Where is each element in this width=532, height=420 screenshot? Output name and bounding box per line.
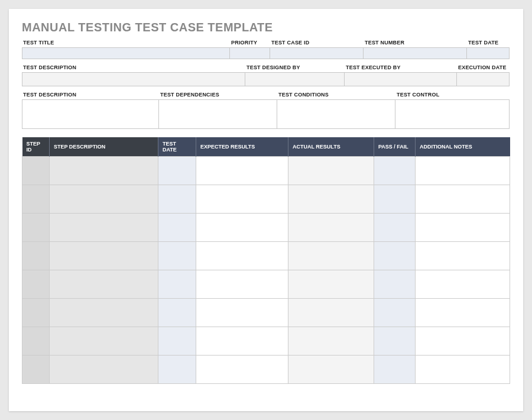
cell-additional-notes[interactable] [416, 214, 510, 242]
cell-pass-fail[interactable] [374, 327, 416, 356]
cell-step-description[interactable] [50, 327, 158, 356]
label-test-designed-by: TEST DESIGNED BY [245, 63, 345, 72]
label-test-dependencies: TEST DEPENDENCIES [159, 90, 277, 99]
cell-test-date[interactable] [158, 157, 196, 185]
cell-test-date[interactable] [158, 327, 196, 356]
cell-step-id[interactable] [22, 214, 50, 242]
cell-step-description[interactable] [50, 157, 158, 185]
steps-header-row: STEP ID STEP DESCRIPTION TEST DATE EXPEC… [22, 137, 510, 157]
input-test-conditions[interactable] [277, 99, 395, 129]
cell-additional-notes[interactable] [416, 299, 510, 327]
cell-step-description[interactable] [50, 185, 158, 214]
cell-pass-fail[interactable] [374, 299, 416, 327]
cell-expected-results[interactable] [196, 157, 288, 185]
label-test-title: TEST TITLE [22, 38, 230, 47]
cell-additional-notes[interactable] [416, 185, 510, 214]
cell-additional-notes[interactable] [416, 356, 510, 384]
cell-step-description[interactable] [50, 356, 158, 384]
cell-actual-results[interactable] [288, 299, 374, 327]
cell-expected-results[interactable] [196, 185, 288, 214]
row2-inputs [22, 72, 510, 86]
label-test-description: TEST DESCRIPTION [22, 63, 245, 72]
cell-test-date[interactable] [158, 185, 196, 214]
cell-actual-results[interactable] [288, 356, 374, 384]
cell-pass-fail[interactable] [374, 157, 416, 185]
table-row [22, 157, 510, 185]
cell-expected-results[interactable] [196, 242, 288, 270]
table-row [22, 356, 510, 384]
cell-pass-fail[interactable] [374, 270, 416, 299]
cell-additional-notes[interactable] [416, 157, 510, 185]
input-test-designed-by[interactable] [245, 72, 345, 86]
row1-labels: TEST TITLE PRIORITY TEST CASE ID TEST NU… [22, 38, 510, 47]
label-test-date: TEST DATE [467, 38, 510, 47]
cell-actual-results[interactable] [288, 242, 374, 270]
cell-expected-results[interactable] [196, 356, 288, 384]
page: MANUAL TESTING TEST CASE TEMPLATE TEST T… [9, 9, 523, 411]
input-test-title[interactable] [22, 47, 230, 59]
cell-pass-fail[interactable] [374, 242, 416, 270]
label-test-description-2: TEST DESCRIPTION [22, 90, 159, 99]
input-test-control[interactable] [395, 99, 510, 129]
row2-labels: TEST DESCRIPTION TEST DESIGNED BY TEST E… [22, 63, 510, 72]
input-test-dependencies[interactable] [159, 99, 277, 129]
cell-step-id[interactable] [22, 185, 50, 214]
cell-actual-results[interactable] [288, 185, 374, 214]
steps-table: STEP ID STEP DESCRIPTION TEST DATE EXPEC… [22, 137, 510, 384]
cell-step-id[interactable] [22, 157, 50, 185]
cell-actual-results[interactable] [288, 270, 374, 299]
cell-step-id[interactable] [22, 327, 50, 356]
row1-inputs [22, 47, 510, 59]
header-step-description: STEP DESCRIPTION [50, 137, 158, 157]
cell-pass-fail[interactable] [374, 214, 416, 242]
header-additional-notes: ADDITIONAL NOTES [416, 137, 510, 157]
input-test-case-id[interactable] [270, 47, 364, 59]
cell-step-description[interactable] [50, 242, 158, 270]
label-test-case-id: TEST CASE ID [270, 38, 364, 47]
cell-expected-results[interactable] [196, 214, 288, 242]
cell-step-id[interactable] [22, 356, 50, 384]
cell-additional-notes[interactable] [416, 270, 510, 299]
input-test-executed-by[interactable] [345, 72, 457, 86]
label-priority: PRIORITY [230, 38, 270, 47]
cell-pass-fail[interactable] [374, 356, 416, 384]
cell-test-date[interactable] [158, 299, 196, 327]
label-test-conditions: TEST CONDITIONS [277, 90, 395, 99]
label-test-executed-by: TEST EXECUTED BY [345, 63, 457, 72]
input-test-number[interactable] [364, 47, 467, 59]
cell-step-description[interactable] [50, 299, 158, 327]
cell-test-date[interactable] [158, 270, 196, 299]
table-row [22, 327, 510, 356]
header-actual-results: ACTUAL RESULTS [288, 137, 374, 157]
cell-actual-results[interactable] [288, 214, 374, 242]
cell-test-date[interactable] [158, 214, 196, 242]
cell-test-date[interactable] [158, 356, 196, 384]
cell-step-description[interactable] [50, 270, 158, 299]
row3-labels: TEST DESCRIPTION TEST DEPENDENCIES TEST … [22, 90, 510, 99]
page-title: MANUAL TESTING TEST CASE TEMPLATE [22, 21, 510, 34]
cell-expected-results[interactable] [196, 270, 288, 299]
cell-expected-results[interactable] [196, 299, 288, 327]
cell-pass-fail[interactable] [374, 185, 416, 214]
cell-additional-notes[interactable] [416, 242, 510, 270]
input-test-date[interactable] [467, 47, 510, 59]
cell-step-id[interactable] [22, 270, 50, 299]
cell-step-id[interactable] [22, 242, 50, 270]
label-execution-date: EXECUTION DATE [457, 63, 510, 72]
cell-step-id[interactable] [22, 299, 50, 327]
label-test-number: TEST NUMBER [364, 38, 467, 47]
input-execution-date[interactable] [457, 72, 510, 86]
label-test-control: TEST CONTROL [395, 90, 510, 99]
cell-test-date[interactable] [158, 242, 196, 270]
cell-actual-results[interactable] [288, 327, 374, 356]
table-row [22, 242, 510, 270]
input-priority[interactable] [230, 47, 270, 59]
cell-step-description[interactable] [50, 214, 158, 242]
cell-actual-results[interactable] [288, 157, 374, 185]
cell-expected-results[interactable] [196, 327, 288, 356]
input-test-description[interactable] [22, 72, 245, 86]
header-step-id: STEP ID [22, 137, 50, 157]
input-test-description-2[interactable] [22, 99, 159, 129]
cell-additional-notes[interactable] [416, 327, 510, 356]
table-row [22, 270, 510, 299]
